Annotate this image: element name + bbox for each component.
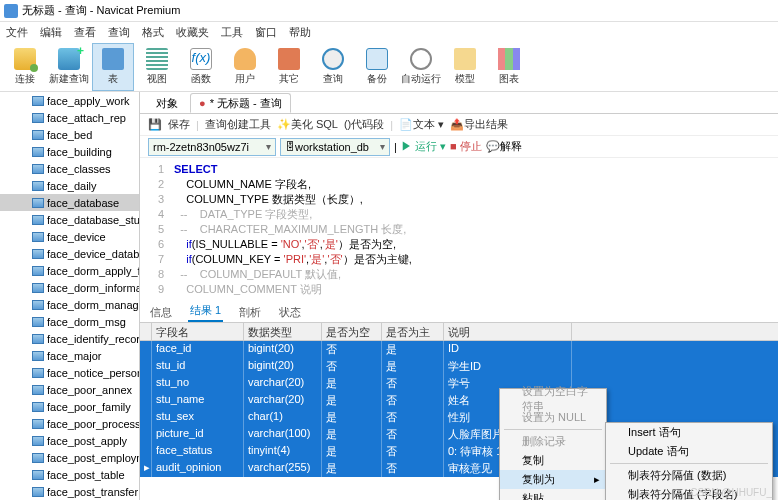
menu-item[interactable]: 编辑 (40, 25, 62, 40)
rtab-info[interactable]: 信息 (148, 303, 174, 322)
menu-item[interactable]: 查询 (108, 25, 130, 40)
rtab-analyze[interactable]: 剖析 (237, 303, 263, 322)
run-button[interactable]: ▶ 运行 ▾ (401, 139, 446, 154)
table-icon (32, 351, 44, 361)
tree-node[interactable]: face_dorm_msg (0, 313, 139, 330)
table-icon (32, 164, 44, 174)
tree-node[interactable]: face_classes (0, 160, 139, 177)
tree-node[interactable]: face_dorm_information (0, 279, 139, 296)
tree-node[interactable]: face_building (0, 143, 139, 160)
column-header[interactable]: 字段名 (152, 323, 244, 340)
tree-node[interactable]: face_post_employmen (0, 449, 139, 466)
tree-node[interactable]: face_poor_family (0, 398, 139, 415)
toolbar-图表[interactable]: 图表 (488, 43, 530, 91)
tree-node[interactable]: face_database_stu (0, 211, 139, 228)
tree-node[interactable]: face_device (0, 228, 139, 245)
tree-node[interactable]: face_poor_annex (0, 381, 139, 398)
export-button[interactable]: 📤导出结果 (450, 117, 508, 132)
menu-item[interactable]: 收藏夹 (176, 25, 209, 40)
tree-node[interactable]: face_attach_rep (0, 109, 139, 126)
menu-item[interactable]: 复制 (500, 451, 606, 470)
toolbar-视图[interactable]: 视图 (136, 43, 178, 91)
table-row[interactable]: stu_idbigint(20)否是学生ID (140, 358, 778, 375)
table-row[interactable]: stu_namevarchar(20)是否姓名 (140, 392, 778, 409)
menu-item[interactable]: 粘贴 (500, 489, 606, 500)
toolbar: 连接新建查询表视图f(x)函数用户其它查询备份自动运行模型图表 (0, 42, 778, 92)
toolbar-用户[interactable]: 用户 (224, 43, 266, 91)
menu-item[interactable]: 文件 (6, 25, 28, 40)
tree-node[interactable]: face_major (0, 347, 139, 364)
menu-item[interactable]: 格式 (142, 25, 164, 40)
menu-item[interactable]: 工具 (221, 25, 243, 40)
watermark: CSDN @HHUFU_ (690, 487, 772, 498)
table-icon (32, 453, 44, 463)
db-combo[interactable]: 🗄 workstation_db (280, 138, 390, 156)
tree-node[interactable]: face_notice_person (0, 364, 139, 381)
window-title: 无标题 - 查询 - Navicat Premium (22, 3, 180, 18)
table-row[interactable]: stu_novarchar(20)是否学号 (140, 375, 778, 392)
submenu-item[interactable]: Insert 语句 (606, 423, 772, 442)
text-button[interactable]: 📄文本 ▾ (399, 117, 444, 132)
tree-node[interactable]: face_apply_work (0, 92, 139, 109)
sql-editor[interactable]: 1SELECT 2 COLUMN_NAME 字段名, 3 COLUMN_TYPE… (140, 158, 778, 301)
column-header[interactable]: 是否为主键 (382, 323, 444, 340)
ico-view-icon (146, 48, 168, 70)
toolbar-模型[interactable]: 模型 (444, 43, 486, 91)
menu-item[interactable]: 查看 (74, 25, 96, 40)
table-icon (32, 317, 44, 327)
rtab-result[interactable]: 结果 1 (188, 301, 223, 322)
toolbar-表[interactable]: 表 (92, 43, 134, 91)
tree-node[interactable]: face_database (0, 194, 139, 211)
save-button[interactable]: 保存 (168, 117, 190, 132)
toolbar-查询[interactable]: 查询 (312, 43, 354, 91)
tree-node[interactable]: face_dorm_manager (0, 296, 139, 313)
table-icon (32, 232, 44, 242)
menu-item[interactable]: 帮助 (289, 25, 311, 40)
ico-chart-icon (498, 48, 520, 70)
grid-header: 字段名数据类型（长）是否为空是否为主键说明 (140, 323, 778, 341)
submenu-item[interactable]: Update 语句 (606, 442, 772, 461)
toolbar-函数[interactable]: f(x)函数 (180, 43, 222, 91)
tree-node[interactable]: face_post_transfer (0, 483, 139, 500)
ico-table-icon (102, 48, 124, 70)
rtab-status[interactable]: 状态 (277, 303, 303, 322)
table-icon (32, 198, 44, 208)
stop-button[interactable]: ■ 停止 (450, 139, 482, 154)
table-icon (32, 470, 44, 480)
app-icon (4, 4, 18, 18)
ico-query-icon (58, 48, 80, 70)
tree-node[interactable]: face_dorm_apply_file (0, 262, 139, 279)
menu-item[interactable]: 窗口 (255, 25, 277, 40)
toolbar-连接[interactable]: 连接 (4, 43, 46, 91)
builder-button[interactable]: 查询创建工具 (205, 117, 271, 132)
tree-node[interactable]: face_poor_process (0, 415, 139, 432)
toolbar-自动运行[interactable]: 自动运行 (400, 43, 442, 91)
column-header[interactable]: 数据类型（长） (244, 323, 322, 340)
tree-node[interactable]: face_device_database (0, 245, 139, 262)
tree-node[interactable]: face_bed (0, 126, 139, 143)
table-icon (32, 283, 44, 293)
table-row[interactable]: face_idbigint(20)否是ID (140, 341, 778, 358)
tree-node[interactable]: face_post_apply (0, 432, 139, 449)
toolbar-其它[interactable]: 其它 (268, 43, 310, 91)
tree-node[interactable]: face_daily (0, 177, 139, 194)
context-menu[interactable]: 设置为空白字符串设置为 NULL删除记录复制复制为▸粘贴显示▸ (499, 388, 607, 500)
beautify-button[interactable]: ✨美化 SQL (277, 117, 338, 132)
ico-conn-icon (14, 48, 36, 70)
tab-query[interactable]: ●* 无标题 - 查询 (190, 93, 291, 113)
toolbar-新建查询[interactable]: 新建查询 (48, 43, 90, 91)
menu-item[interactable]: 复制为▸ (500, 470, 606, 489)
tree-node[interactable]: face_post_table (0, 466, 139, 483)
server-combo[interactable]: rm-2zetn83n05wz7i (148, 138, 276, 156)
toolbar-备份[interactable]: 备份 (356, 43, 398, 91)
tree-node[interactable]: face_identify_record (0, 330, 139, 347)
connection-bar: rm-2zetn83n05wz7i 🗄 workstation_db | ▶ 运… (140, 136, 778, 158)
column-header[interactable]: 说明 (444, 323, 572, 340)
segment-button[interactable]: ()代码段 (344, 117, 384, 132)
column-header[interactable]: 是否为空 (322, 323, 382, 340)
submenu-item[interactable]: 制表符分隔值 (数据) (606, 466, 772, 485)
tab-objects[interactable]: 对象 (148, 93, 186, 113)
explain-button[interactable]: 💬解释 (486, 139, 522, 154)
column-header[interactable] (140, 323, 152, 340)
sidebar-tree[interactable]: face_apply_workface_attach_repface_bedfa… (0, 92, 140, 500)
